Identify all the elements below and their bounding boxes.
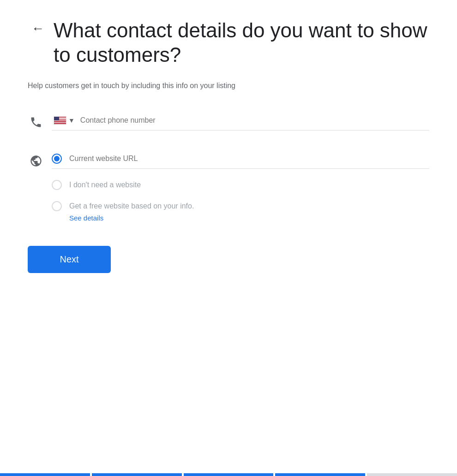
- progress-segment-5: [367, 473, 457, 476]
- progress-bar-container: [0, 473, 457, 476]
- website-options: I don't need a website Get a free websit…: [52, 153, 429, 222]
- dropdown-arrow-icon: ▼: [68, 117, 75, 124]
- phone-input[interactable]: [80, 114, 429, 126]
- globe-icon: [28, 155, 44, 167]
- header-row: ← What contact details do you want to sh…: [28, 18, 429, 76]
- radio-no-website[interactable]: [52, 180, 62, 190]
- phone-input-wrapper: ▼: [52, 114, 429, 131]
- next-button[interactable]: Next: [28, 246, 111, 273]
- radio-free-website[interactable]: [52, 201, 62, 211]
- page-container: ← What contact details do you want to sh…: [0, 0, 457, 292]
- website-option-current-url: [52, 153, 429, 169]
- country-flag-dropdown[interactable]: ▼: [52, 115, 77, 125]
- phone-section: ▼: [28, 114, 429, 131]
- website-option-free-website: Get a free website based on your info. S…: [52, 201, 429, 222]
- progress-segment-3: [184, 473, 274, 476]
- website-option-no-website: I don't need a website: [52, 180, 429, 190]
- progress-segment-2: [92, 473, 182, 476]
- back-button[interactable]: ←: [28, 18, 48, 39]
- radio-current-url[interactable]: [52, 154, 62, 164]
- free-website-label: Get a free website based on your info.: [69, 202, 194, 210]
- website-section: I don't need a website Get a free websit…: [28, 153, 429, 222]
- free-website-main-row: Get a free website based on your info.: [52, 201, 429, 211]
- phone-icon: [28, 116, 44, 129]
- page-subtitle: Help customers get in touch by including…: [28, 80, 429, 91]
- us-flag-icon: [54, 116, 66, 125]
- website-url-input[interactable]: [69, 153, 429, 165]
- radio-inner-current-url: [54, 156, 60, 161]
- back-arrow-icon: ←: [31, 22, 44, 35]
- see-details-link[interactable]: See details: [69, 214, 429, 222]
- progress-segment-4: [275, 473, 365, 476]
- no-website-label: I don't need a website: [69, 181, 141, 189]
- progress-segment-1: [0, 473, 90, 476]
- page-title: What contact details do you want to show…: [54, 18, 429, 67]
